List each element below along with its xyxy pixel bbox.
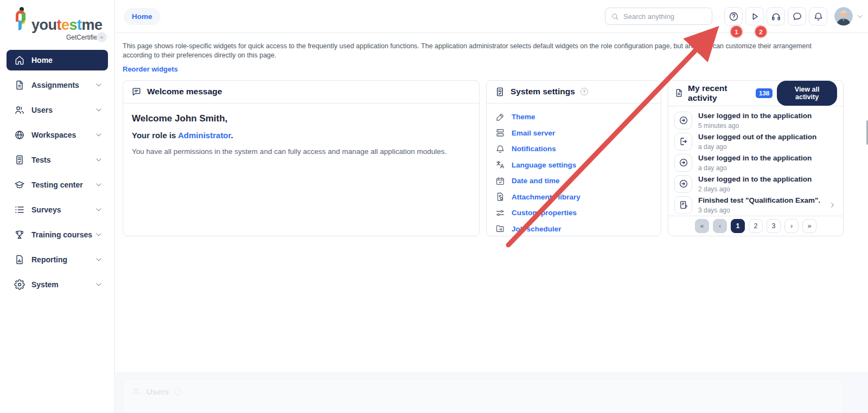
sidebar-item-home[interactable]: Home <box>7 50 108 70</box>
chevron-down-icon <box>95 156 103 164</box>
ghost-users-widget: Users <box>123 379 844 413</box>
pagination-last-button[interactable]: » <box>802 219 816 233</box>
sidebar-item-users[interactable]: Users <box>7 100 108 120</box>
headphones-icon <box>771 11 781 22</box>
settings-link-custom-properties[interactable]: Custom properties <box>495 205 652 221</box>
speech-bubble-icon <box>131 87 142 97</box>
help-icon <box>729 11 739 22</box>
calendar-check-icon <box>495 176 505 186</box>
notifications-button[interactable] <box>809 7 827 25</box>
welcome-message-widget: Welcome message Welcome John Smith, Your… <box>123 80 480 236</box>
chevron-down-icon <box>95 106 103 114</box>
settings-link-date-and-time[interactable]: Date and time <box>495 173 652 189</box>
pagination-page-3-button[interactable]: 3 <box>767 219 781 233</box>
annotation-badge-2: 2 <box>755 26 767 37</box>
video-tutorials-button[interactable] <box>745 7 764 25</box>
widget-title: System settings <box>510 87 575 96</box>
activity-list-item[interactable]: User logged out of the applicationa day … <box>674 131 837 152</box>
welcome-greeting: Welcome John Smith, <box>132 113 470 124</box>
login-icon <box>679 179 688 189</box>
users-icon <box>14 105 25 115</box>
sidebar-item-testing-center[interactable]: Testing center <box>7 175 108 195</box>
activity-list-item[interactable]: Finished test "Qualification Exam".3 day… <box>674 195 837 216</box>
play-icon <box>750 11 760 22</box>
widget-title: Welcome message <box>147 87 222 96</box>
avatar <box>834 7 853 25</box>
widget-title: My recent activity <box>688 83 751 103</box>
chevron-down-icon <box>95 231 103 238</box>
view-all-activity-button[interactable]: View all activity <box>777 81 837 106</box>
translate-icon <box>495 160 505 170</box>
sidebar-item-tests[interactable]: Tests <box>7 150 108 170</box>
trophy-icon <box>14 229 25 240</box>
home-icon <box>14 55 25 66</box>
bell-icon <box>495 144 505 154</box>
search-input[interactable] <box>623 12 699 21</box>
pagination-first-button[interactable]: « <box>695 219 709 233</box>
chevron-down-icon <box>95 206 103 214</box>
activity-list-item[interactable]: User logged in to the application5 minut… <box>674 110 837 131</box>
administrator-role-link[interactable]: Administrator <box>178 131 231 140</box>
logout-icon <box>679 137 688 146</box>
chevron-down-icon <box>95 131 103 139</box>
bell-icon <box>813 11 824 22</box>
login-icon <box>679 115 688 125</box>
brand-name: youtestme <box>31 18 103 33</box>
settings-link-email-server[interactable]: Email server <box>495 125 652 141</box>
sidebar-item-surveys[interactable]: Surveys <box>7 199 108 220</box>
brand-mark-icon <box>14 7 28 33</box>
activity-list-item[interactable]: User logged in to the applicationa day a… <box>674 152 837 173</box>
pagination-next-button[interactable]: › <box>784 219 799 233</box>
sidebar-item-training-courses[interactable]: Training courses <box>7 224 108 245</box>
document-icon <box>674 88 684 98</box>
login-icon <box>679 158 688 167</box>
settings-link-attachments-library[interactable]: Attachments library <box>495 189 652 205</box>
clipboard-check-icon <box>495 87 505 97</box>
settings-link-job-scheduler[interactable]: Job scheduler <box>495 221 652 237</box>
users-icon <box>132 386 142 396</box>
report-icon <box>14 254 25 265</box>
globe-icon <box>14 130 25 140</box>
topbar: Home <box>116 0 868 33</box>
breadcrumb[interactable]: Home <box>124 8 161 25</box>
below-fold-area: Users <box>116 372 868 413</box>
graduation-cap-icon <box>14 179 25 190</box>
sidebar-collapse-button[interactable]: « <box>97 32 107 42</box>
settings-link-theme[interactable]: Theme <box>495 109 652 125</box>
folder-arrow-icon <box>495 224 505 234</box>
pagination-page-1-button[interactable]: 1 <box>731 219 745 233</box>
chevron-down-icon <box>95 181 103 189</box>
chat-icon <box>792 11 802 22</box>
pagination-page-2-button[interactable]: 2 <box>749 219 763 233</box>
chevron-down-icon <box>857 13 864 20</box>
sliders-icon <box>495 208 505 218</box>
gear-icon <box>14 279 25 290</box>
test-question-icon <box>679 200 688 210</box>
clipboard-check-icon <box>14 154 25 165</box>
activity-pagination: « ‹ 1 2 3 › » <box>668 216 843 236</box>
messages-button[interactable] <box>788 7 806 25</box>
support-button[interactable] <box>767 7 785 25</box>
pagination-prev-button[interactable]: ‹ <box>713 219 727 233</box>
brand-subtitle: GetCertified <box>14 34 101 41</box>
activity-list-item[interactable]: User logged in to the application2 days … <box>674 173 837 195</box>
user-menu[interactable] <box>834 7 864 25</box>
settings-link-language-settings[interactable]: Language settings <box>495 157 652 173</box>
sidebar-item-workspaces[interactable]: Workspaces <box>7 125 108 145</box>
sidebar-item-assignments[interactable]: Assignments <box>7 75 108 95</box>
list-icon <box>14 204 25 215</box>
settings-link-notifications[interactable]: Notifications <box>495 141 652 157</box>
annotation-badge-1: 1 <box>731 26 742 37</box>
system-settings-widget: System settings ? Theme Email server Not… <box>486 80 661 236</box>
sidebar-nav: Home Assignments Users Workspaces Tests … <box>0 47 114 295</box>
page-description: This page shows role-specific widgets fo… <box>123 42 838 60</box>
search-box <box>605 8 712 25</box>
sidebar-item-system[interactable]: System <box>7 274 108 295</box>
sidebar-item-reporting[interactable]: Reporting <box>7 249 108 270</box>
brand-logo: youtestme GetCertified « <box>0 0 114 41</box>
reorder-widgets-link[interactable]: Reorder widgets <box>123 65 178 73</box>
sidebar: youtestme GetCertified « Home Assignment… <box>0 0 115 413</box>
chevron-right-icon <box>829 202 836 209</box>
help-button[interactable] <box>724 7 743 25</box>
chevron-down-icon <box>95 256 103 263</box>
